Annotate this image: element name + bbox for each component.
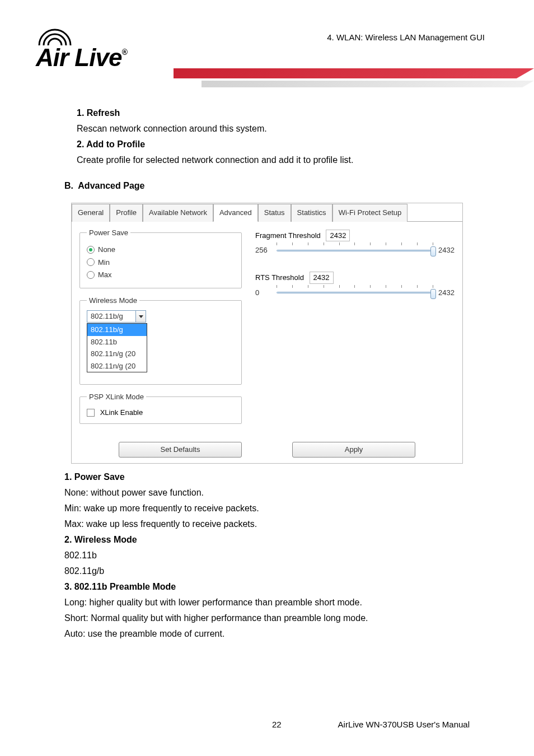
tab-available-network[interactable]: Available Network [143,204,213,222]
xlink-label: XLink Enable [100,408,143,417]
wireless-mode-dropdown: 802.11b/g 802.11b 802.11n/g (20 802.11n/… [87,323,147,372]
radio-max-label: Max [98,269,112,281]
rts-min: 0 [255,287,272,298]
fragment-slider-thumb[interactable] [430,246,436,256]
power-save-max: Max: wake up less frequently to receive … [64,517,470,531]
preamble-long: Long: higher quality but with lower perf… [64,596,470,609]
tab-wifi-protect[interactable]: Wi-Fi Protect Setup [332,204,408,222]
wireless-mode-line2: 802.11g/b [64,564,470,578]
dropdown-item-3[interactable]: 802.11n/g (20 [87,360,147,372]
airlive-logo: Air Live® [36,27,156,83]
dialog-tabs: General Profile Available Network Advanc… [72,203,462,221]
xlink-enable-row[interactable]: XLink Enable [87,407,235,418]
radio-none-circle [87,246,95,254]
radio-none[interactable]: None [87,244,235,255]
dropdown-item-2[interactable]: 802.11n/g (20 [87,348,147,360]
wireless-mode-combo[interactable]: 802.11b/g 802.11b/g 802.11b 802.11n/g (2… [87,310,146,323]
tab-advanced[interactable]: Advanced [213,204,258,222]
tab-general[interactable]: General [72,204,110,222]
radio-none-label: None [98,244,115,255]
power-save-legend: Power Save [87,227,130,239]
xlink-checkbox[interactable] [87,409,95,417]
radio-max[interactable]: Max [87,269,235,281]
chevron-down-icon [135,311,146,322]
radio-min-label: Min [98,257,110,268]
tab-status[interactable]: Status [258,204,291,222]
preamble-short: Short: Normal quality but with higher pe… [64,612,470,625]
advanced-dialog: General Profile Available Network Advanc… [71,203,463,464]
power-save-heading: 1. Power Save [64,470,470,484]
tab-profile[interactable]: Profile [110,204,143,222]
wireless-mode-fieldset: Wireless Mode 802.11b/g 802.11b/g 802.11… [79,295,242,385]
radio-max-circle [87,271,95,279]
power-save-min: Min: wake up more frequently to receive … [64,502,470,515]
dropdown-item-0[interactable]: 802.11b/g [87,324,147,336]
advanced-section-heading: B. Advanced Page [64,179,470,193]
rts-value: 2432 [310,272,334,284]
power-save-fieldset: Power Save None Min Max [79,227,242,288]
page-footer: 22 AirLive WN-370USB User's Manual [0,720,534,729]
rts-label: RTS Threshold [255,273,304,282]
rts-slider[interactable] [277,286,433,300]
preamble-auto: Auto: use the preamble mode of current. [64,627,470,641]
psp-xlink-fieldset: PSP XLink Mode XLink Enable [79,391,242,424]
page-number: 22 [272,720,282,729]
fragment-min: 256 [255,245,272,256]
rts-max: 2432 [438,287,455,298]
fragment-label: Fragment Threshold [255,231,321,240]
radio-min-circle [87,258,95,266]
wireless-mode-legend: Wireless Mode [87,295,139,306]
fragment-threshold-block: Fragment Threshold 2432 256 2432 [255,230,455,258]
add-profile-body: Create profile for selected network conn… [77,153,470,167]
rts-threshold-block: RTS Threshold 2432 0 2432 [255,272,455,300]
fragment-max: 2432 [438,245,455,256]
set-defaults-button[interactable]: Set Defaults [119,442,242,458]
header-gray-wedge [202,81,534,97]
wireless-mode-selected: 802.11b/g [87,311,135,322]
refresh-heading: 1. Refresh [77,106,470,120]
add-profile-heading: 2. Add to Profile [77,138,470,151]
psp-xlink-legend: PSP XLink Mode [87,391,146,403]
refresh-body: Rescan network connection around this sy… [77,122,470,136]
radio-min[interactable]: Min [87,257,235,268]
dropdown-item-1[interactable]: 802.11b [87,336,147,348]
preamble-heading: 3. 802.11b Preamble Mode [64,580,470,594]
rts-slider-thumb[interactable] [430,289,436,299]
wireless-mode-heading: 2. Wireless Mode [64,533,470,547]
chapter-title: 4. WLAN: Wireless LAN Management GUI [327,32,485,42]
wireless-mode-line1: 802.11b [64,549,470,562]
page-header: Air Live® 4. WLAN: Wireless LAN Manageme… [0,0,534,95]
fragment-value: 2432 [326,230,350,242]
logo-text: Air Live® [36,44,127,72]
manual-title: AirLive WN-370USB User's Manual [338,720,470,729]
apply-button[interactable]: Apply [292,442,415,458]
fragment-slider[interactable] [277,244,433,257]
tab-statistics[interactable]: Statistics [291,204,332,222]
power-save-none: None: without power save function. [64,486,470,500]
